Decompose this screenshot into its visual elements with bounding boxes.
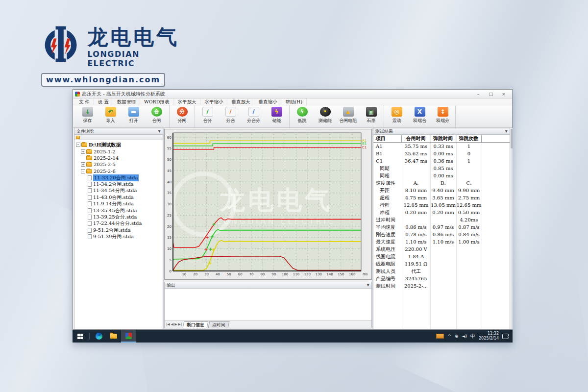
system-tray: ^ ⊕ ◄) 中 11:32 2025/2/14 2 [436,331,513,341]
menu-item-5[interactable]: 水平缩小 [200,98,227,105]
svg-text:130: 130 [315,272,321,276]
table-row: 同期0.85 ms [373,165,510,172]
collapse-output-icon[interactable]: ▼ [367,283,369,287]
minimize-button[interactable]: – [472,91,485,98]
table-header-cell: 弹跳次数 [456,135,482,142]
co-icon: ∕ [202,107,213,117]
graphite-icon: ▣ [366,107,377,117]
menu-item-8[interactable]: 帮助(H) [281,98,307,105]
maximize-button[interactable]: □ [485,91,497,98]
svg-text:60: 60 [238,272,243,276]
row-value: 2.75 mm [456,195,482,200]
document-icon [88,201,92,206]
tab-nav-arrow[interactable]: ◀ [171,322,173,326]
lowtrip-icon: ϟ [297,107,308,117]
tree-file[interactable]: 13-39.25合分.stda [76,214,163,220]
table-header-cell: 弹跳时间 [430,135,456,142]
toolbar-button-both-open[interactable]: ↕双端分 [431,105,454,127]
menu-item-7[interactable]: 垂直缩小 [254,98,281,105]
row-value: 9.40 mm [430,188,456,193]
tree-root-label: D:\H测试数据 [89,142,121,148]
tab-nav-arrow[interactable]: |◀ [166,322,170,326]
tab-inactive[interactable]: 点时间 [208,321,230,328]
toolbar-button-oc[interactable]: ∕分合 [219,105,242,127]
tree-folder[interactable]: -2025-2-6 [76,168,163,174]
tray-app-icon[interactable] [436,334,444,339]
table-row: 产品编号3245765 [373,275,510,282]
tree-folder-label: 2025-2-14 [94,155,119,161]
tray-chevron-icon[interactable]: ^ [447,334,451,339]
clock-date: 2025/2/14 [479,336,499,341]
toolbar-button-coc[interactable]: ∕分合分 [242,105,265,127]
tree-file[interactable]: 9-51.39分闸.stda [76,233,163,240]
tree-expander[interactable]: + [81,149,85,154]
table-row: 线圈电阻119.51 Ω [373,260,510,268]
toolbar-button-vibration[interactable]: ◎震动 [385,105,408,127]
toolbar-button-open-op[interactable]: 分分闸 [171,105,194,127]
tree-file[interactable]: 13-35.45合闸.stda [76,207,163,214]
toolbar-button-save[interactable]: ↓保存 [76,105,99,127]
svg-text:C1: C1 [362,146,367,149]
row-value: 0.20 mm [430,210,456,215]
folder-mini-icon[interactable] [76,136,80,139]
collapse-panel-icon[interactable]: ▼ [158,129,161,133]
tree-file[interactable]: 11-33.20合闸.stda [76,174,163,181]
tree-folder[interactable]: +2025-2-5 [76,161,163,168]
toolbar-button-lowtrip[interactable]: ϟ低跳 [291,105,314,127]
tree-file[interactable]: 17-22.44分合分.stda [76,220,163,227]
toolbar-button-measure-energy[interactable]: •测储能 [314,105,337,127]
tab-nav-arrow[interactable]: ▶ [174,322,177,326]
toolbar-button-import[interactable]: ↶导入 [99,105,122,127]
toolbar-button-open[interactable]: ▬打开 [122,105,145,127]
tree-file[interactable]: 11-34.54分闸.stda [76,188,163,194]
tree-folder[interactable]: +2025-2-14 [76,155,163,161]
svg-text:40: 40 [167,180,172,184]
tree-expander[interactable]: + [81,162,85,167]
close-button[interactable]: × [497,91,510,98]
tab-nav-arrow[interactable]: ▶| [178,322,182,326]
tree-expander[interactable]: - [81,169,85,173]
tree-folder[interactable]: +2025-1-2 [76,148,163,154]
notification-center-button[interactable]: 2 [502,334,509,339]
svg-text:15: 15 [167,236,172,240]
document-icon [88,234,92,239]
menu-item-1[interactable]: 设 置 [94,98,113,105]
toolbar-button-resistance[interactable]: ▲合闸电阻 [337,105,360,127]
document-icon [88,195,92,200]
toolbar-button-energy[interactable]: ϟ储能 [265,105,288,127]
tab-label: 点时间 [212,322,225,328]
tree-file[interactable]: 9-51.2合闸.stda [76,227,163,233]
tab-active[interactable]: 断口信息 [183,321,209,328]
menu-item-2[interactable]: 数据管理 [113,98,140,105]
toolbar-button-co[interactable]: ∕合分 [196,105,219,127]
speaker-icon[interactable]: ◄) [462,334,467,339]
collapse-results-icon[interactable]: ▼ [505,129,508,133]
both-open-icon: ↕ [438,107,448,117]
row-value: C: [456,180,482,186]
taskbar-clock[interactable]: 11:32 2025/2/14 [479,331,499,341]
start-button[interactable] [73,330,87,343]
file-explorer-button[interactable] [106,330,121,343]
tree-file[interactable]: 11-9.14分闸.stda [76,201,163,207]
toolbar-button-close-op[interactable]: 合合闸 [145,105,168,127]
network-icon[interactable]: ⊕ [455,334,459,339]
row-value: 0.00 ms [430,173,456,178]
menu-item-6[interactable]: 垂直放大 [227,98,254,105]
toolbar-button-graphite[interactable]: ▣石墨 [360,105,383,127]
tree-expander[interactable]: - [76,143,80,147]
menu-item-4[interactable]: 水平放大 [173,98,200,105]
coc-icon: ∕ [248,107,259,117]
menu-item-0[interactable]: 文 件 [75,98,94,105]
edge-browser-button[interactable] [92,330,106,343]
output-textarea[interactable] [165,289,371,321]
input-method-indicator[interactable]: 中 [470,333,475,340]
results-scrollbar[interactable] [511,128,513,329]
tree-root[interactable]: -D:\H测试数据 [76,142,163,148]
analysis-app-icon [125,333,132,339]
tree-file[interactable]: 11-43.0合闸.stda [76,194,163,200]
tree-file[interactable]: 11-34.2合闸.stda [76,181,163,187]
row-value: 4.75 mm [402,195,430,200]
active-app-button[interactable] [121,330,136,343]
toolbar-button-both-close[interactable]: X双端合 [408,105,431,127]
menu-item-3[interactable]: WORD报表 [140,98,173,105]
